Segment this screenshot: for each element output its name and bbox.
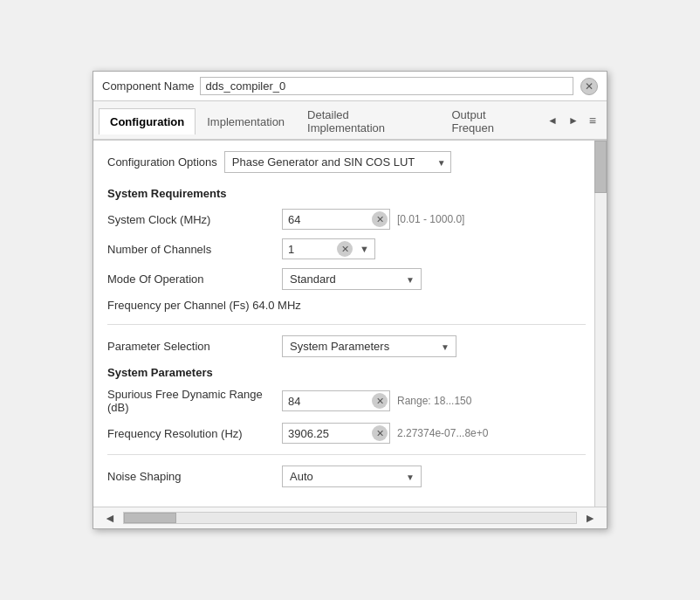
tab-detailed-implementation[interactable]: Detailed Implementation: [296, 101, 440, 141]
num-channels-label: Number of Channels: [107, 243, 282, 256]
num-channels-row: Number of Channels ✕ ▼: [107, 238, 586, 259]
system-clock-input[interactable]: [283, 210, 370, 229]
tab-next-button[interactable]: ►: [563, 111, 584, 130]
sfdr-row: Spurious Free Dynamic Range (dB) ✕ Range…: [107, 388, 586, 414]
tab-implementation[interactable]: Implementation: [196, 108, 296, 134]
tab-menu-button[interactable]: ≡: [584, 110, 601, 131]
horizontal-scrollbar-thumb[interactable]: [124, 513, 176, 523]
title-bar: Component Name ✕: [93, 72, 607, 101]
noise-shaping-select-wrapper: Auto None Phase Taylor Series Corrected: [282, 466, 422, 487]
tab-output-frequen[interactable]: Output Frequen: [441, 101, 543, 141]
num-channels-input[interactable]: [283, 240, 335, 259]
system-clock-range: [0.01 - 1000.0]: [397, 213, 464, 225]
freq-resolution-clear-button[interactable]: ✕: [372, 425, 388, 441]
mode-of-operation-select[interactable]: Standard Rasterized: [282, 268, 422, 290]
config-options-select[interactable]: Phase Generator and SIN COS LUT Phase Ge…: [224, 151, 451, 173]
scroll-right-button[interactable]: ►: [580, 511, 600, 525]
component-name-input[interactable]: [200, 77, 574, 95]
param-select-wrapper: System Parameters Hardware Parameters: [282, 335, 456, 357]
system-clock-input-group: ✕: [282, 209, 390, 230]
noise-shaping-select[interactable]: Auto None Phase Taylor Series Corrected: [282, 466, 422, 487]
freq-resolution-input-group: ✕: [282, 423, 390, 444]
parameter-selection-label: Parameter Selection: [107, 340, 282, 353]
freq-per-channel-row: Frequency per Channel (Fs) 64.0 MHz: [107, 299, 586, 312]
mode-select-wrapper: Standard Rasterized: [282, 268, 422, 290]
system-clock-clear-button[interactable]: ✕: [372, 211, 388, 227]
sfdr-input[interactable]: [283, 392, 370, 410]
system-parameters-title: System Parameters: [107, 366, 586, 379]
main-window: Component Name ✕ Configuration Implement…: [93, 71, 607, 529]
tabs-bar: Configuration Implementation Detailed Im…: [93, 101, 607, 141]
content-area: Configuration Options Phase Generator an…: [93, 141, 607, 507]
freq-resolution-range: 2.27374e-07...8e+0: [397, 427, 488, 439]
sfdr-label: Spurious Free Dynamic Range (dB): [107, 388, 282, 414]
sfdr-clear-button[interactable]: ✕: [372, 393, 388, 409]
config-options-label: Configuration Options: [107, 155, 217, 169]
num-channels-dropdown-button[interactable]: ▼: [354, 241, 374, 257]
vertical-scrollbar-track[interactable]: [594, 141, 607, 507]
system-requirements-title: System Requirements: [107, 187, 586, 200]
horizontal-scrollbar-track[interactable]: [123, 512, 577, 524]
clear-icon: ✕: [341, 244, 349, 255]
scroll-left-button[interactable]: ◄: [100, 511, 120, 525]
bottom-bar: ◄ ►: [93, 507, 607, 528]
freq-resolution-label: Frequency Resolution (Hz): [107, 427, 282, 440]
vertical-scrollbar-thumb[interactable]: [594, 141, 607, 193]
noise-shaping-label: Noise Shaping: [107, 470, 282, 483]
num-channels-input-group: ✕ ▼: [282, 238, 375, 259]
num-channels-clear-button[interactable]: ✕: [337, 241, 353, 257]
tab-prev-button[interactable]: ◄: [542, 111, 563, 130]
parameter-selection-select[interactable]: System Parameters Hardware Parameters: [282, 335, 456, 357]
system-clock-label: System Clock (MHz): [107, 213, 282, 226]
sfdr-range: Range: 18...150: [397, 395, 471, 407]
parameter-selection-row: Parameter Selection System Parameters Ha…: [107, 335, 586, 357]
clear-icon: ✕: [376, 396, 384, 407]
freq-resolution-row: Frequency Resolution (Hz) ✕ 2.27374e-07.…: [107, 423, 586, 444]
mode-of-operation-label: Mode Of Operation: [107, 272, 282, 286]
clear-icon: ✕: [376, 428, 384, 439]
freq-per-channel-label: Frequency per Channel (Fs): [107, 299, 252, 312]
config-options-row: Configuration Options Phase Generator an…: [107, 151, 586, 173]
config-options-select-wrapper: Phase Generator and SIN COS LUT Phase Ge…: [224, 151, 451, 173]
system-clock-row: System Clock (MHz) ✕ [0.01 - 1000.0]: [107, 209, 586, 230]
freq-per-channel-value: 64.0 MHz: [252, 299, 301, 312]
freq-resolution-input[interactable]: [283, 424, 370, 443]
component-name-label: Component Name: [102, 79, 195, 93]
clear-icon: ✕: [376, 214, 384, 225]
close-icon: ✕: [585, 80, 594, 93]
mode-of-operation-row: Mode Of Operation Standard Rasterized: [107, 268, 586, 290]
tab-configuration[interactable]: Configuration: [99, 108, 196, 134]
sfdr-input-group: ✕: [282, 390, 390, 411]
close-button[interactable]: ✕: [580, 78, 598, 95]
noise-shaping-row: Noise Shaping Auto None Phase Taylor Ser…: [107, 466, 586, 487]
